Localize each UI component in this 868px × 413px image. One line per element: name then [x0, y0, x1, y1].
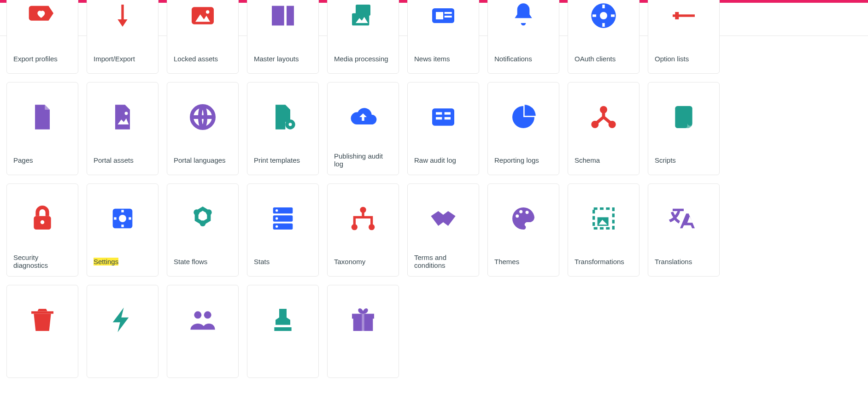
- tile-gift[interactable]: [327, 285, 399, 378]
- tile-master-layouts[interactable]: Master layouts: [247, 0, 319, 74]
- gift-icon: [328, 285, 399, 354]
- svg-rect-10: [445, 12, 452, 14]
- svg-rect-4: [287, 6, 294, 26]
- tile-people[interactable]: [167, 285, 239, 378]
- tile-label: Terms and conditions: [408, 253, 479, 270]
- svg-point-47: [276, 209, 278, 212]
- layout-blocks-icon: [247, 0, 318, 50]
- tile-label: Scripts: [648, 152, 719, 168]
- trash-icon: [7, 285, 78, 354]
- tile-settings[interactable]: Settings: [87, 183, 158, 277]
- tile-label: Portal languages: [167, 152, 238, 168]
- svg-rect-11: [445, 16, 452, 18]
- svg-rect-14: [602, 5, 604, 8]
- arrow-down-icon: [87, 0, 158, 50]
- tile-label: Schema: [568, 152, 639, 168]
- svg-rect-16: [592, 14, 596, 17]
- tile-label: OAuth clients: [568, 50, 639, 67]
- svg-point-34: [41, 220, 45, 224]
- tile-import-export[interactable]: Import/Export: [87, 0, 158, 74]
- tile-label: Settings: [87, 253, 158, 270]
- tile-label: Themes: [488, 253, 559, 270]
- bolt-icon: [87, 285, 158, 354]
- people-icon: [167, 285, 238, 354]
- label-heart-icon: [7, 0, 78, 50]
- tile-stamp[interactable]: [247, 285, 319, 378]
- handshake-icon: [408, 184, 479, 253]
- tile-print-templates[interactable]: Print templates: [247, 82, 319, 175]
- tile-label: Portal assets: [87, 152, 158, 168]
- lock-icon: [7, 184, 78, 253]
- tile-security-diagnostics[interactable]: Security diagnostics: [6, 183, 78, 277]
- svg-point-13: [600, 12, 607, 19]
- hierarchy-icon: [328, 184, 399, 253]
- tile-power[interactable]: [87, 285, 158, 378]
- tile-terms[interactable]: Terms and conditions: [407, 183, 479, 277]
- media-stack-icon: [328, 0, 399, 50]
- svg-rect-3: [272, 6, 284, 26]
- svg-rect-26: [436, 112, 442, 114]
- tile-label: Reporting logs: [488, 152, 559, 168]
- news-icon: [408, 0, 479, 50]
- svg-point-41: [194, 209, 199, 215]
- svg-point-52: [369, 224, 375, 230]
- image-frame-icon: [167, 0, 238, 50]
- tile-oauth-clients[interactable]: OAuth clients: [568, 0, 639, 74]
- svg-rect-28: [445, 112, 451, 114]
- scroll-icon: [648, 83, 719, 152]
- tile-grid: Export profilesImport/ExportLocked asset…: [6, 0, 862, 378]
- tile-schema[interactable]: Schema: [568, 82, 639, 175]
- tile-state-flows[interactable]: State flows: [167, 183, 239, 277]
- tile-scripts[interactable]: Scripts: [648, 82, 720, 175]
- translate-icon: [648, 184, 719, 253]
- tile-themes[interactable]: Themes: [487, 183, 559, 277]
- tile-label: Security diagnostics: [7, 253, 78, 270]
- tile-transformations[interactable]: Transformations: [568, 183, 639, 277]
- pie-chart-icon: [488, 83, 559, 152]
- svg-point-55: [526, 211, 529, 214]
- slider-line-icon: [648, 0, 719, 50]
- tile-trash[interactable]: [6, 285, 78, 378]
- tile-locked-assets[interactable]: Locked assets: [167, 0, 239, 74]
- tile-grid-wrap: Export profilesImport/ExportLocked asset…: [0, 0, 868, 378]
- tile-export-profiles[interactable]: Export profiles: [6, 0, 78, 74]
- svg-rect-40: [129, 217, 131, 219]
- tile-label: Translations: [648, 253, 719, 270]
- svg-rect-9: [436, 12, 443, 19]
- svg-rect-15: [602, 23, 604, 27]
- tile-taxonomy[interactable]: Taxonomy: [327, 183, 399, 277]
- crop-image-icon: [568, 184, 639, 253]
- svg-rect-37: [121, 210, 123, 212]
- svg-rect-25: [432, 108, 454, 125]
- page-gear-icon: [247, 83, 318, 152]
- tile-publishing-audit[interactable]: Publishing audit log: [327, 82, 399, 175]
- palette-icon: [488, 184, 559, 253]
- tile-label: [328, 354, 399, 371]
- tile-option-lists[interactable]: Option lists: [648, 0, 720, 74]
- server-icon: [247, 184, 318, 253]
- data-grid-icon: [408, 83, 479, 152]
- tile-label: [247, 354, 318, 371]
- cloud-sync-icon: [328, 83, 399, 152]
- tile-label: News items: [408, 50, 479, 67]
- svg-rect-39: [114, 217, 116, 219]
- tile-translations[interactable]: Translations: [648, 183, 720, 277]
- tile-portal-assets[interactable]: Portal assets: [87, 82, 158, 175]
- badge-cog-icon: [568, 0, 639, 50]
- tile-news-items[interactable]: News items: [407, 0, 479, 74]
- svg-point-54: [519, 210, 522, 213]
- svg-rect-17: [611, 14, 615, 17]
- tile-label: Publishing audit log: [328, 152, 399, 168]
- tile-reporting-logs[interactable]: Reporting logs: [487, 82, 559, 175]
- tile-notifications[interactable]: Notifications: [487, 0, 559, 74]
- tile-label: Master layouts: [247, 50, 318, 67]
- svg-rect-29: [445, 117, 451, 119]
- tile-pages[interactable]: Pages: [6, 82, 78, 175]
- tile-raw-audit-log[interactable]: Raw audit log: [407, 82, 479, 175]
- svg-point-60: [194, 311, 201, 319]
- tile-stats[interactable]: Stats: [247, 183, 319, 277]
- tile-media-processing[interactable]: Media processing: [327, 0, 399, 74]
- tile-portal-languages[interactable]: Portal languages: [167, 82, 239, 175]
- svg-rect-19: [675, 12, 679, 19]
- tile-label: Raw audit log: [408, 152, 479, 168]
